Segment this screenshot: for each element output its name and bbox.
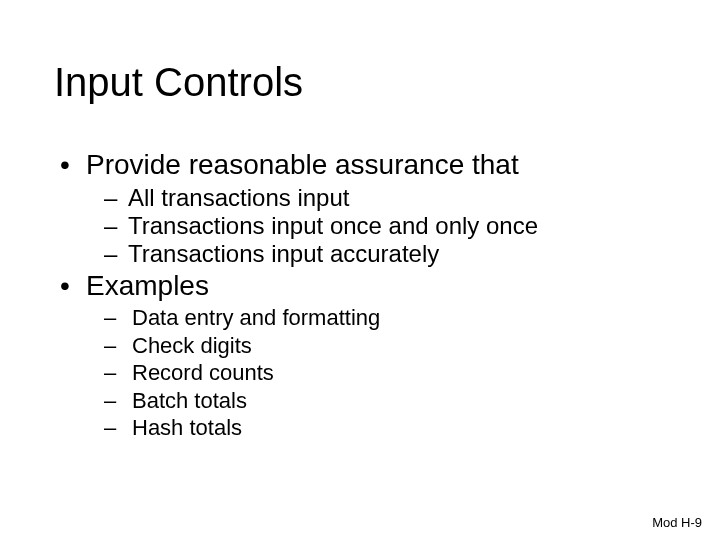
- bullet-level2: Transactions input once and only once: [54, 212, 666, 240]
- bullet-level2: All transactions input: [54, 184, 666, 212]
- bullet-level2: Batch totals: [54, 387, 666, 415]
- slide: Input Controls Provide reasonable assura…: [0, 0, 720, 540]
- bullet-level2: Check digits: [54, 332, 666, 360]
- bullet-level2: Record counts: [54, 359, 666, 387]
- bullet-level1: Provide reasonable assurance that: [54, 148, 666, 182]
- bullet-level1: Examples: [54, 269, 666, 303]
- slide-title: Input Controls: [54, 60, 303, 105]
- bullet-level2: Hash totals: [54, 414, 666, 442]
- slide-footer: Mod H-9: [652, 515, 702, 530]
- slide-body: Provide reasonable assurance that All tr…: [54, 148, 666, 442]
- bullet-level2: Data entry and formatting: [54, 304, 666, 332]
- bullet-level2: Transactions input accurately: [54, 240, 666, 268]
